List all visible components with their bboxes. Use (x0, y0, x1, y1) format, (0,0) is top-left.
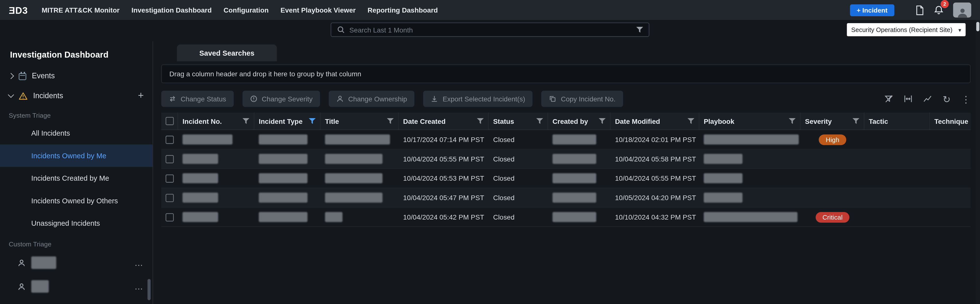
cell-technique (930, 150, 970, 168)
redacted-cell (31, 280, 49, 293)
filter-icon[interactable] (387, 118, 394, 124)
column-header-incident-type[interactable]: Incident Type (255, 113, 321, 129)
select-all-checkbox-cell[interactable] (161, 113, 178, 129)
change-status-button[interactable]: Change Status (161, 91, 234, 107)
redacted-cell (325, 154, 382, 164)
column-header-created-by[interactable]: Created by (548, 113, 611, 129)
table-row[interactable]: 10/04/2024 05:55 PM PST Closed 10/04/202… (161, 150, 970, 169)
row-checkbox[interactable] (165, 135, 173, 143)
table-row[interactable]: 10/04/2024 05:53 PM PST Closed 10/04/202… (161, 169, 970, 188)
site-selector-dropdown[interactable]: Security Operations (Recipient Site) ▾ (847, 23, 966, 36)
nav-mitre-attack-monitor[interactable]: MITRE ATT&CK Monitor (41, 6, 119, 14)
filter-icon[interactable] (789, 118, 795, 124)
grid-toolbar: Change Status Change Severity Change Own… (161, 90, 970, 108)
nav-investigation-dashboard[interactable]: Investigation Dashboard (131, 6, 212, 14)
cell-tactic (864, 130, 930, 149)
custom-triage-item[interactable]: … (0, 251, 153, 275)
copy-icon (549, 95, 557, 102)
nav-event-playbook-viewer[interactable]: Event Playbook Viewer (280, 6, 356, 14)
redacted-cell (704, 134, 799, 145)
table-row[interactable]: 10/17/2024 07:14 PM PST Closed 10/18/202… (161, 130, 970, 150)
cell-date-modified: 10/10/2024 04:32 PM PST (611, 208, 699, 226)
severity-badge: High (819, 134, 846, 145)
column-header-playbook[interactable]: Playbook (699, 113, 801, 129)
tab-saved-searches[interactable]: Saved Searches (177, 44, 277, 61)
custom-triage-item[interactable]: … (0, 274, 153, 298)
row-checkbox[interactable] (165, 213, 173, 221)
new-incident-button[interactable]: + Incident (850, 4, 894, 16)
chevron-down-icon (8, 92, 14, 98)
cell-date-created: 10/17/2024 07:14 PM PST (399, 130, 489, 149)
redacted-cell (552, 193, 596, 203)
sidebar-group-events[interactable]: Events (0, 66, 153, 86)
change-ownership-label: Change Ownership (348, 95, 407, 102)
global-search (331, 22, 649, 37)
sidebar-item-unassigned-incidents[interactable]: Unassigned Incidents (0, 212, 153, 234)
refresh-icon[interactable]: ↻ (943, 94, 951, 103)
redacted-cell (259, 134, 307, 145)
change-ownership-button[interactable]: Change Ownership (329, 91, 415, 107)
copy-incident-no-button[interactable]: Copy Incident No. (541, 91, 623, 107)
document-icon[interactable] (915, 5, 924, 15)
filter-icon-active[interactable] (309, 118, 316, 124)
user-avatar[interactable] (953, 2, 971, 18)
table-row[interactable]: 10/04/2024 05:42 PM PST Closed 10/10/202… (161, 208, 970, 227)
table-row[interactable]: 10/04/2024 05:47 PM PST Closed 10/05/202… (161, 188, 970, 208)
add-view-button[interactable]: + (138, 91, 144, 101)
caret-down-icon: ▾ (958, 27, 961, 33)
filter-icon[interactable] (599, 118, 606, 124)
clear-filters-icon[interactable] (885, 94, 893, 103)
nav-reporting-dashboard[interactable]: Reporting Dashboard (368, 6, 438, 14)
column-header-severity[interactable]: Severity (801, 113, 864, 129)
sidebar-group-incidents[interactable]: Incidents + (0, 86, 153, 106)
change-severity-button[interactable]: Change Severity (242, 91, 320, 107)
column-header-incident-no[interactable]: Incident No. (178, 113, 255, 129)
window-scrollbar-track[interactable] (975, 20, 980, 304)
column-header-date-modified[interactable]: Date Modified (611, 113, 699, 129)
nav-configuration[interactable]: Configuration (224, 6, 269, 14)
filter-icon[interactable] (536, 118, 543, 124)
d3-logo: ƎD3 (9, 5, 28, 15)
column-header-date-created[interactable]: Date Created (399, 113, 489, 129)
chart-view-icon[interactable] (923, 94, 932, 103)
sidebar-item-incidents-owned-by-me[interactable]: Incidents Owned by Me (0, 145, 153, 167)
sidebar-item-incidents-owned-by-others[interactable]: Incidents Owned by Others (0, 189, 153, 212)
more-options-icon[interactable]: … (134, 281, 144, 291)
sidebar-item-all-incidents[interactable]: All Incidents (0, 122, 153, 144)
grid-toolbar-right-icons: ↻ ⋮ (885, 94, 970, 103)
person-icon (18, 259, 25, 267)
filter-icon[interactable] (853, 118, 859, 124)
cell-status: Closed (489, 188, 548, 207)
sidebar-item-incidents-created-by-me[interactable]: Incidents Created by Me (0, 167, 153, 189)
filter-icon[interactable] (243, 118, 250, 124)
site-selector-value: Security Operations (Recipient Site) (851, 26, 953, 33)
filter-icon[interactable] (477, 118, 484, 124)
group-by-drop-zone[interactable]: Drag a column header and drop it here to… (161, 65, 970, 83)
cell-date-modified: 10/04/2024 05:55 PM PST (611, 169, 699, 188)
notification-count-badge: 2 (941, 0, 949, 8)
cell-status: Closed (489, 169, 548, 188)
search-input[interactable] (349, 26, 632, 33)
column-header-status[interactable]: Status (489, 113, 548, 129)
column-header-tactic[interactable]: Tactic (864, 113, 930, 129)
window-scrollbar-thumb[interactable] (976, 22, 980, 31)
notification-icon[interactable]: 2 (934, 5, 944, 15)
row-checkbox[interactable] (165, 194, 173, 202)
search-icon (337, 25, 345, 34)
select-all-checkbox[interactable] (165, 117, 173, 125)
column-header-technique[interactable]: Technique (930, 113, 970, 129)
redacted-cell (325, 134, 390, 145)
sidebar-scrollbar-thumb[interactable] (148, 279, 151, 300)
row-checkbox[interactable] (165, 174, 173, 182)
row-checkbox[interactable] (165, 155, 173, 163)
column-header-title[interactable]: Title (321, 113, 399, 129)
more-options-icon[interactable]: … (134, 258, 144, 268)
cell-date-modified: 10/05/2024 04:20 PM PST (611, 188, 699, 207)
export-selected-button[interactable]: Export Selected Incident(s) (423, 91, 533, 107)
search-filter-icon[interactable] (636, 26, 643, 33)
cell-severity (801, 188, 864, 207)
sidebar: Investigation Dashboard Events Incidents… (0, 41, 153, 304)
kebab-menu-icon[interactable]: ⋮ (961, 94, 970, 103)
filter-icon[interactable] (687, 118, 694, 124)
fit-columns-icon[interactable] (904, 94, 913, 103)
